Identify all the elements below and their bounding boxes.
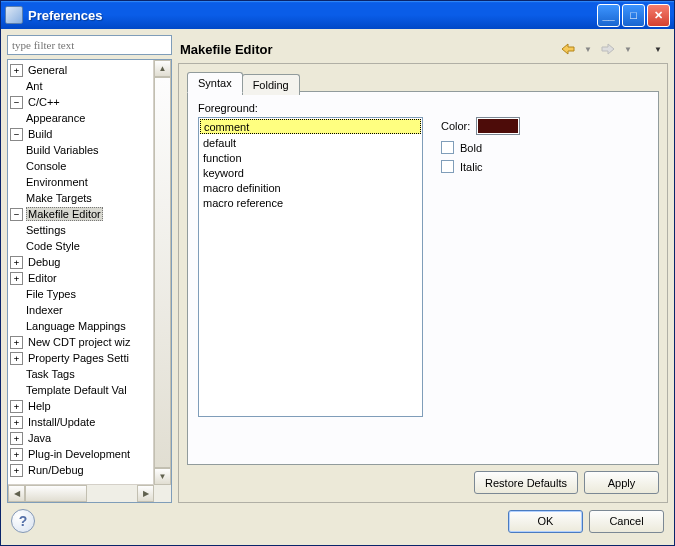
expand-icon[interactable]: + — [10, 272, 23, 285]
tree-item-label: Build Variables — [24, 144, 101, 156]
tab-folding-label: Folding — [253, 79, 289, 91]
tree-item[interactable]: Console — [8, 158, 154, 174]
tree-item-label: Help — [26, 400, 53, 412]
tree-item[interactable]: Make Targets — [8, 190, 154, 206]
filter-input[interactable] — [7, 35, 172, 55]
collapse-icon[interactable]: − — [10, 208, 23, 221]
tree-item-label: Build — [26, 128, 54, 140]
bold-label: Bold — [460, 142, 482, 154]
tree-item[interactable]: +Editor — [8, 270, 154, 286]
tree-item[interactable]: Indexer — [8, 302, 154, 318]
list-item[interactable]: macro reference — [199, 195, 422, 210]
close-button[interactable]: ✕ — [647, 4, 670, 27]
restore-defaults-button[interactable]: Restore Defaults — [474, 471, 578, 494]
list-item[interactable]: keyword — [199, 165, 422, 180]
tree-item[interactable]: −Build — [8, 126, 154, 142]
tree-item-label: Java — [26, 432, 53, 444]
tab-syntax[interactable]: Syntax — [187, 72, 243, 93]
expand-icon[interactable]: + — [10, 400, 23, 413]
tree-spacer — [10, 81, 21, 92]
content-pane: Makefile Editor ▼ ▼ ▼ Syntax Foldin — [178, 35, 668, 503]
italic-checkbox[interactable] — [441, 160, 454, 173]
collapse-icon[interactable]: − — [10, 128, 23, 141]
expand-icon[interactable]: + — [10, 336, 23, 349]
title-bar[interactable]: Preferences __ □ ✕ — [1, 1, 674, 29]
tree-item-label: Language Mappings — [24, 320, 128, 332]
tree-item-label: New CDT project wiz — [26, 336, 133, 348]
minimize-button[interactable]: __ — [597, 4, 620, 27]
tab-syntax-label: Syntax — [198, 77, 232, 89]
tree-item[interactable]: File Types — [8, 286, 154, 302]
tree-item[interactable]: −C/C++ — [8, 94, 154, 110]
tree-item-label: Appearance — [24, 112, 87, 124]
tree-item-label: Plug-in Development — [26, 448, 132, 460]
expand-icon[interactable]: + — [10, 432, 23, 445]
tree-item[interactable]: +Java — [8, 430, 154, 446]
collapse-icon[interactable]: − — [10, 96, 23, 109]
tree-item-label: Run/Debug — [26, 464, 86, 476]
tree-item-label: Indexer — [24, 304, 65, 316]
tree-spacer — [10, 241, 21, 252]
back-button[interactable] — [559, 40, 577, 58]
forward-menu-button[interactable]: ▼ — [619, 40, 637, 58]
tree-item[interactable]: Appearance — [8, 110, 154, 126]
list-item[interactable]: function — [199, 150, 422, 165]
tree-item[interactable]: Task Tags — [8, 366, 154, 382]
tree-item[interactable]: Build Variables — [8, 142, 154, 158]
list-item[interactable]: macro definition — [199, 180, 422, 195]
tree-item[interactable]: Ant — [8, 78, 154, 94]
tab-folding[interactable]: Folding — [242, 74, 300, 95]
tree-spacer — [10, 305, 21, 316]
help-button[interactable]: ? — [11, 509, 35, 533]
token-list[interactable]: commentdefaultfunctionkeywordmacro defin… — [198, 117, 423, 417]
expand-icon[interactable]: + — [10, 64, 23, 77]
tree-spacer — [10, 225, 21, 236]
back-menu-button[interactable]: ▼ — [579, 40, 597, 58]
tree-item-label: File Types — [24, 288, 78, 300]
tree-item-label: Property Pages Setti — [26, 352, 131, 364]
tree-spacer — [10, 161, 21, 172]
list-item[interactable]: default — [199, 135, 422, 150]
tree-item[interactable]: +Help — [8, 398, 154, 414]
cancel-button[interactable]: Cancel — [589, 510, 664, 533]
tree-item[interactable]: +Run/Debug — [8, 462, 154, 478]
tree-item[interactable]: Environment — [8, 174, 154, 190]
scroll-left-button[interactable]: ◀ — [8, 485, 25, 502]
tree-item[interactable]: +Install/Update — [8, 414, 154, 430]
list-item[interactable]: comment — [200, 119, 421, 134]
tree-item[interactable]: Code Style — [8, 238, 154, 254]
tree-item[interactable]: Settings — [8, 222, 154, 238]
tree-item-label: Settings — [24, 224, 68, 236]
scroll-right-button[interactable]: ▶ — [137, 485, 154, 502]
view-menu-button[interactable]: ▼ — [649, 40, 667, 58]
preferences-window: Preferences __ □ ✕ +GeneralAnt−C/C++Appe… — [0, 0, 675, 546]
syntax-panel: Foreground: commentdefaultfunctionkeywor… — [187, 91, 659, 465]
scroll-up-button[interactable]: ▲ — [154, 60, 171, 77]
expand-icon[interactable]: + — [10, 416, 23, 429]
expand-icon[interactable]: + — [10, 352, 23, 365]
tree-item-label: General — [26, 64, 69, 76]
tree-item[interactable]: +Plug-in Development — [8, 446, 154, 462]
tree-item[interactable]: +Property Pages Setti — [8, 350, 154, 366]
expand-icon[interactable]: + — [10, 448, 23, 461]
apply-button[interactable]: Apply — [584, 471, 659, 494]
color-swatch-button[interactable] — [476, 117, 520, 135]
tree-spacer — [10, 193, 21, 204]
expand-icon[interactable]: + — [10, 464, 23, 477]
tree-item[interactable]: −Makefile Editor — [8, 206, 154, 222]
tree-item[interactable]: Language Mappings — [8, 318, 154, 334]
scroll-down-button[interactable]: ▼ — [154, 468, 171, 485]
tree-item[interactable]: Template Default Val — [8, 382, 154, 398]
tree-item-label: Code Style — [24, 240, 82, 252]
bold-checkbox[interactable] — [441, 141, 454, 154]
maximize-button[interactable]: □ — [622, 4, 645, 27]
vertical-scrollbar[interactable]: ▲ ▼ — [153, 60, 171, 485]
tree-body[interactable]: +GeneralAnt−C/C++Appearance−BuildBuild V… — [8, 60, 154, 485]
tree-item[interactable]: +General — [8, 62, 154, 78]
ok-button[interactable]: OK — [508, 510, 583, 533]
page-title: Makefile Editor — [178, 42, 558, 57]
tree-item[interactable]: +New CDT project wiz — [8, 334, 154, 350]
tree-item[interactable]: +Debug — [8, 254, 154, 270]
horizontal-scrollbar[interactable]: ◀ ▶ — [8, 484, 154, 502]
expand-icon[interactable]: + — [10, 256, 23, 269]
